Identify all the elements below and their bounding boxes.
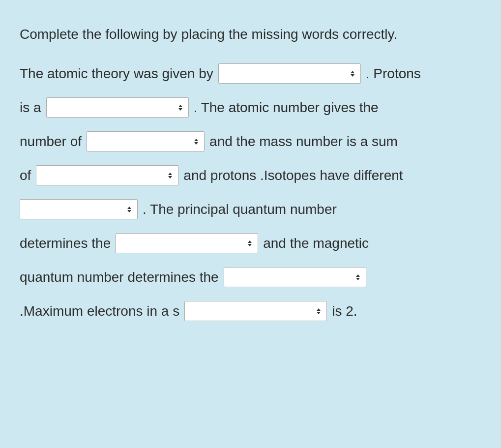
line3-before: number of: [20, 135, 82, 149]
line-3: number of protons neutrons electrons nuc…: [20, 131, 481, 151]
instructions-text: Complete the following by placing the mi…: [20, 27, 397, 42]
dropdown-sum-of[interactable]: neutrons protons electrons nucleons: [36, 165, 178, 185]
line1-before: The atomic theory was given by: [20, 67, 213, 81]
line5-after: . The principal quantum number: [143, 203, 337, 216]
dropdown-protons-is-a[interactable]: particle positively charged particle neu…: [46, 97, 189, 118]
dropdown-determines-the[interactable]: energy level orbital shell sublevel: [116, 233, 258, 253]
line-7: quantum number determines the orientatio…: [20, 267, 481, 287]
dropdown-magnetic-determines[interactable]: orientation energy spin shape: [224, 267, 366, 287]
line-8: .Maximum electrons in a s orbital s orbi…: [20, 301, 481, 321]
dropdown-atomic-theory[interactable]: Dalton Bohr Thomson Rutherford: [218, 63, 361, 84]
line-4: of neutrons protons electrons nucleons a…: [20, 165, 481, 185]
line8-before: .Maximum electrons in a s: [20, 304, 179, 318]
dropdown-max-electrons[interactable]: orbital s orbital shell subshell: [184, 301, 327, 321]
dropdown-number-of[interactable]: protons neutrons electrons nucleons: [87, 131, 205, 151]
instructions: Complete the following by placing the mi…: [20, 25, 481, 44]
line-6: determines the energy level orbital shel…: [20, 233, 481, 253]
line2-before: is a: [20, 101, 41, 115]
dropdown-different[interactable]: neutrons protons electrons mass numbers: [20, 199, 138, 219]
line-2: is a particle positively charged particl…: [20, 97, 481, 118]
line6-after: and the magnetic: [263, 237, 369, 250]
line-1: The atomic theory was given by Dalton Bo…: [20, 63, 481, 84]
line4-before: of: [20, 169, 31, 182]
line7-before: quantum number determines the: [20, 270, 219, 284]
line6-before: determines the: [20, 237, 111, 250]
line2-after: . The atomic number gives the: [194, 101, 379, 115]
line8-after: is 2.: [332, 304, 357, 318]
line3-after: and the mass number is a sum: [209, 135, 398, 149]
content: The atomic theory was given by Dalton Bo…: [20, 63, 481, 321]
line4-after: and protons .Isotopes have different: [183, 169, 403, 182]
line1-after: . Protons: [366, 67, 421, 81]
line-5: neutrons protons electrons mass numbers …: [20, 199, 481, 219]
